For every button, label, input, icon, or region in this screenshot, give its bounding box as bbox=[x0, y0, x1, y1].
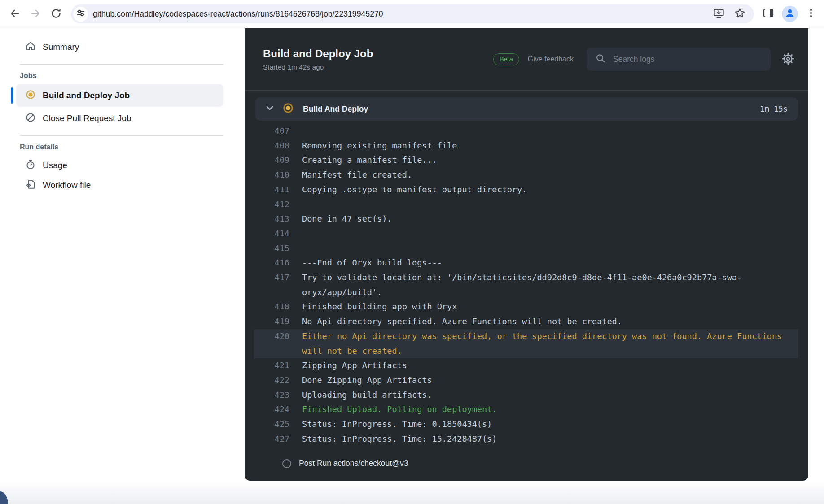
bookmark-star-icon[interactable] bbox=[734, 7, 746, 21]
reload-icon bbox=[50, 7, 62, 21]
log-line[interactable]: 425 Status: InProgress. Time: 0.1850434(… bbox=[254, 417, 798, 432]
log-line-number[interactable]: 414 bbox=[270, 226, 289, 241]
log-line-text: Status: InProgress. Time: 15.2428487(s) bbox=[302, 432, 796, 447]
sidebar-item-usage[interactable]: Usage bbox=[16, 156, 223, 175]
log-line-text: Try to validate location at: '/bin/stati… bbox=[302, 270, 796, 300]
log-line[interactable]: 423 Uploading build artifacts. bbox=[254, 388, 798, 403]
log-line[interactable]: 421 Zipping App Artifacts bbox=[254, 358, 798, 373]
log-line-number[interactable]: 427 bbox=[270, 432, 289, 447]
kebab-menu-icon[interactable] bbox=[805, 7, 817, 21]
log-line[interactable]: 422 Done Zipping App Artifacts bbox=[254, 373, 798, 388]
give-feedback-link[interactable]: Give feedback bbox=[528, 55, 574, 63]
in-progress-icon bbox=[25, 89, 36, 102]
sidebar-item-label: Usage bbox=[43, 161, 67, 170]
log-line-number[interactable]: 423 bbox=[270, 388, 289, 403]
side-panel-icon[interactable] bbox=[762, 7, 775, 21]
log-line-number[interactable]: 415 bbox=[270, 241, 289, 256]
sidebar-item-label: Workflow file bbox=[43, 180, 91, 190]
log-line[interactable]: 413 Done in 47 sec(s). bbox=[254, 212, 798, 226]
log-line-number[interactable]: 407 bbox=[270, 124, 289, 139]
log-line-number[interactable]: 420 bbox=[270, 329, 289, 358]
log-line-text: Finished Upload. Polling on deployment. bbox=[302, 402, 796, 417]
log-line[interactable]: 408 Removing existing manifest file bbox=[254, 139, 798, 153]
reload-button[interactable] bbox=[46, 4, 66, 24]
settings-gear-icon bbox=[781, 52, 795, 67]
log-line[interactable]: 418 Finished building app with Oryx bbox=[254, 300, 798, 314]
page-bottom-area bbox=[0, 481, 824, 504]
log-line-number[interactable]: 408 bbox=[270, 139, 289, 153]
log-line[interactable]: 412 bbox=[254, 197, 798, 212]
log-line-text: ---End of Oryx build logs--- bbox=[302, 256, 796, 270]
sidebar-item-summary[interactable]: Summary bbox=[16, 37, 223, 57]
log-line[interactable]: 407 bbox=[254, 124, 798, 139]
log-line-number[interactable]: 409 bbox=[270, 153, 289, 168]
forward-button[interactable] bbox=[25, 4, 46, 24]
log-line[interactable]: 417 Try to validate location at: '/bin/s… bbox=[254, 270, 798, 300]
site-info-button[interactable] bbox=[73, 7, 88, 22]
log-line-text bbox=[302, 241, 796, 256]
stopwatch-icon bbox=[25, 159, 36, 172]
log-line-number[interactable]: 417 bbox=[270, 270, 289, 300]
log-search-box[interactable] bbox=[587, 48, 771, 71]
selected-indicator bbox=[11, 87, 13, 104]
step-header-build-and-deploy[interactable]: Build And Deploy 1m 15s bbox=[255, 97, 798, 121]
log-lines: 407 408 Removing existing manifest file … bbox=[254, 124, 798, 446]
sidebar-divider bbox=[20, 135, 223, 136]
sidebar-item-close-pull-request-job[interactable]: Close Pull Request Job bbox=[16, 109, 223, 128]
log-line-text: Status: InProgress. Time: 0.1850434(s) bbox=[302, 417, 796, 432]
log-line-number[interactable]: 425 bbox=[270, 417, 289, 432]
log-line-text: Creating a manifest file... bbox=[302, 153, 796, 168]
job-log-panel: Build and Deploy Job Started 1m 42s ago … bbox=[245, 28, 808, 481]
sidebar-item-workflow-file[interactable]: Workflow file bbox=[16, 175, 223, 195]
avatar-person-icon bbox=[785, 8, 795, 20]
pending-circle-icon bbox=[282, 459, 291, 468]
log-line-number[interactable]: 411 bbox=[270, 182, 289, 197]
back-button[interactable] bbox=[4, 4, 25, 24]
job-title: Build and Deploy Job bbox=[263, 48, 373, 60]
log-line-number[interactable]: 413 bbox=[270, 212, 289, 226]
log-line[interactable]: 427 Status: InProgress. Time: 15.2428487… bbox=[254, 432, 798, 447]
search-icon bbox=[587, 53, 612, 65]
forward-icon bbox=[29, 7, 42, 21]
log-line-text bbox=[302, 226, 796, 241]
home-icon bbox=[25, 41, 36, 54]
url-bar[interactable]: github.com/Haddley/codespaces-react/acti… bbox=[71, 4, 754, 23]
in-progress-spinner-icon bbox=[282, 102, 294, 116]
log-settings-button[interactable] bbox=[781, 52, 795, 67]
step-post-run-checkout[interactable]: Post Run actions/checkout@v3 bbox=[282, 459, 808, 468]
sidebar-item-build-and-deploy-job[interactable]: Build and Deploy Job bbox=[16, 84, 223, 107]
avatar[interactable] bbox=[782, 6, 798, 22]
log-line-number[interactable]: 424 bbox=[270, 402, 289, 417]
log-line-text: Done Zipping App Artifacts bbox=[302, 373, 796, 388]
log-line-text: Done in 47 sec(s). bbox=[302, 212, 796, 226]
log-line[interactable]: 409 Creating a manifest file... bbox=[254, 153, 798, 168]
log-line-number[interactable]: 419 bbox=[270, 314, 289, 329]
search-logs-input[interactable] bbox=[612, 54, 760, 65]
log-line[interactable]: 410 Manifest file created. bbox=[254, 168, 798, 182]
log-line[interactable]: 420 Either no Api directory was specifie… bbox=[254, 329, 798, 358]
log-line-number[interactable]: 418 bbox=[270, 300, 289, 314]
log-line-text: Zipping App Artifacts bbox=[302, 358, 796, 373]
log-line-number[interactable]: 412 bbox=[270, 197, 289, 212]
log-line[interactable]: 416 ---End of Oryx build logs--- bbox=[254, 256, 798, 270]
job-header: Build and Deploy Job Started 1m 42s ago … bbox=[245, 28, 808, 91]
log-line[interactable]: 415 bbox=[254, 241, 798, 256]
log-line[interactable]: 419 No Api directory specified. Azure Fu… bbox=[254, 314, 798, 329]
post-step-label: Post Run actions/checkout@v3 bbox=[299, 459, 408, 468]
log-line[interactable]: 424 Finished Upload. Polling on deployme… bbox=[254, 402, 798, 417]
log-line-number[interactable]: 422 bbox=[270, 373, 289, 388]
browser-toolbar: github.com/Haddley/codespaces-react/acti… bbox=[0, 0, 824, 28]
run-details-section-header: Run details bbox=[20, 143, 245, 151]
url-text[interactable]: github.com/Haddley/codespaces-react/acti… bbox=[93, 9, 383, 19]
log-line-text: Removing existing manifest file bbox=[302, 139, 796, 153]
sidebar-divider bbox=[20, 64, 223, 65]
beta-badge: Beta bbox=[493, 53, 519, 65]
log-line-number[interactable]: 421 bbox=[270, 358, 289, 373]
log-line-number[interactable]: 410 bbox=[270, 168, 289, 182]
log-line[interactable]: 411 Copying .ostype to manifest output d… bbox=[254, 182, 798, 197]
log-line-text: Either no Api directory was specified, o… bbox=[302, 329, 796, 358]
chevron-down-icon bbox=[265, 104, 274, 114]
log-line-number[interactable]: 416 bbox=[270, 256, 289, 270]
log-line[interactable]: 414 bbox=[254, 226, 798, 241]
install-icon[interactable] bbox=[713, 7, 725, 21]
